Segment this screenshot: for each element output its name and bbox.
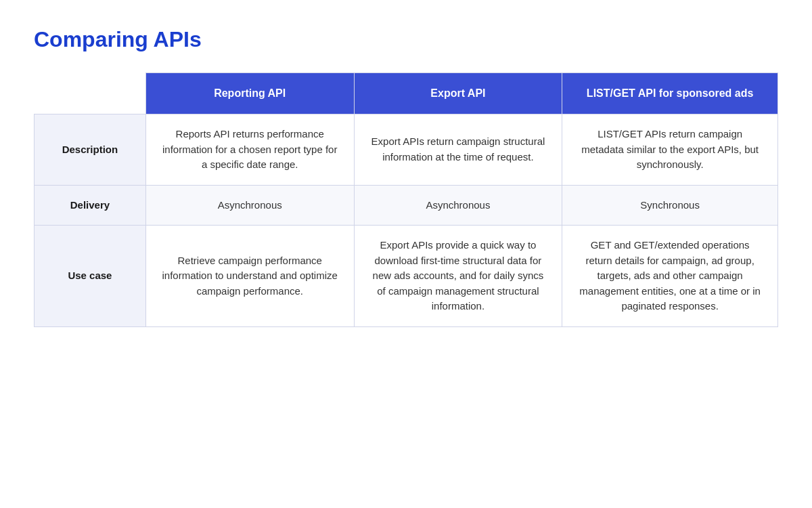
comparison-table: Reporting API Export API LIST/GET API fo… bbox=[34, 72, 778, 327]
row-label-description: Description bbox=[35, 114, 146, 186]
row-label-delivery: Delivery bbox=[35, 185, 146, 226]
cell-delivery-reporting: Asynchronous bbox=[145, 185, 354, 226]
table-row: Use case Retrieve campaign performance i… bbox=[35, 226, 778, 327]
cell-description-reporting: Reports API returns performance informat… bbox=[145, 114, 354, 186]
table-header-row: Reporting API Export API LIST/GET API fo… bbox=[35, 73, 778, 114]
table-row: Description Reports API returns performa… bbox=[35, 114, 778, 186]
cell-usecase-export: Export APIs provide a quick way to downl… bbox=[354, 226, 562, 327]
header-listget-api: LIST/GET API for sponsored ads bbox=[562, 73, 778, 114]
row-label-usecase: Use case bbox=[35, 226, 146, 327]
cell-description-export: Export APIs return campaign structural i… bbox=[354, 114, 562, 186]
header-export-api: Export API bbox=[354, 73, 562, 114]
header-reporting-api: Reporting API bbox=[145, 73, 354, 114]
cell-usecase-listget: GET and GET/extended operations return d… bbox=[562, 226, 778, 327]
cell-delivery-export: Asynchronous bbox=[354, 185, 562, 226]
cell-usecase-reporting: Retrieve campaign performance informatio… bbox=[145, 226, 354, 327]
cell-delivery-listget: Synchronous bbox=[562, 185, 778, 226]
page-title: Comparing APIs bbox=[34, 27, 778, 52]
table-row: Delivery Asynchronous Asynchronous Synch… bbox=[35, 185, 778, 226]
cell-description-listget: LIST/GET APIs return campaign metadata s… bbox=[562, 114, 778, 186]
header-empty bbox=[35, 73, 146, 114]
